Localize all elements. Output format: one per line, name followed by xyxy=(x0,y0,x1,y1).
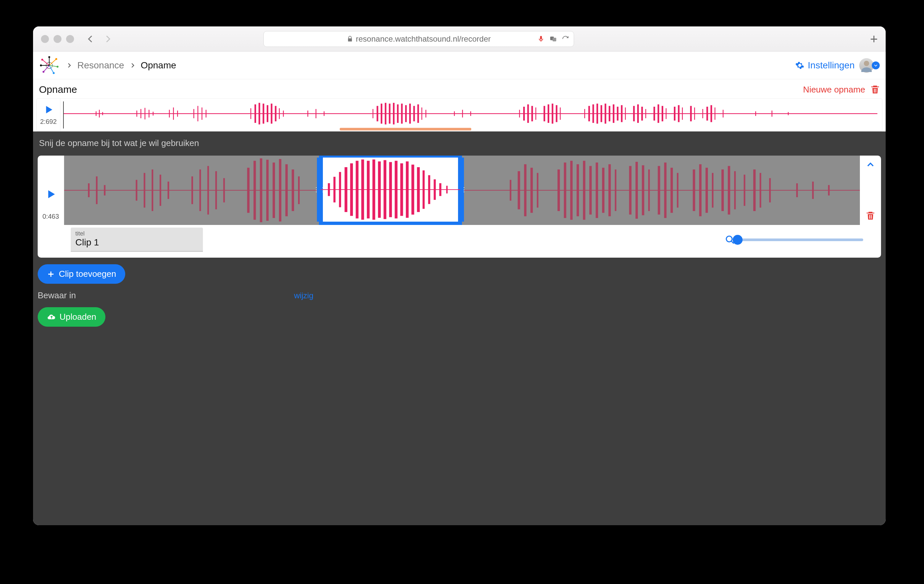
chevron-up-icon[interactable] xyxy=(866,160,875,169)
settings-link[interactable]: Instellingen xyxy=(795,60,855,71)
traffic-maximize[interactable] xyxy=(66,35,74,43)
reload-icon[interactable] xyxy=(562,35,569,43)
svg-rect-49 xyxy=(381,104,382,124)
forward-icon[interactable] xyxy=(103,35,112,44)
clip-title-field[interactable]: titel Clip 1 xyxy=(71,228,203,252)
svg-rect-168 xyxy=(328,183,330,196)
svg-rect-80 xyxy=(609,106,610,122)
svg-rect-105 xyxy=(788,112,789,115)
new-recording-button[interactable]: Nieuwe opname xyxy=(803,85,865,95)
trash-icon[interactable] xyxy=(866,211,875,220)
clip-title-label: titel xyxy=(75,230,198,237)
url-text: resonance.watchthatsound.nl/recorder xyxy=(356,35,491,44)
upload-label: Uploaden xyxy=(59,312,96,322)
svg-rect-102 xyxy=(723,110,723,117)
overview-waveform[interactable] xyxy=(61,99,882,131)
svg-rect-23 xyxy=(137,111,137,117)
zoom-slider[interactable] xyxy=(738,239,863,241)
svg-rect-185 xyxy=(422,170,424,209)
svg-rect-73 xyxy=(560,107,561,120)
svg-rect-50 xyxy=(384,103,386,124)
svg-rect-43 xyxy=(283,111,284,117)
svg-rect-173 xyxy=(356,161,358,219)
editor-hint: Snij de opname bij tot wat je wil gebrui… xyxy=(39,138,880,148)
add-clip-label: Clip toevoegen xyxy=(59,269,116,279)
svg-rect-68 xyxy=(535,107,536,120)
svg-rect-42 xyxy=(279,109,280,119)
cloud-upload-icon xyxy=(47,313,56,321)
playhead-cursor[interactable] xyxy=(63,101,64,128)
svg-rect-120 xyxy=(223,178,225,202)
svg-rect-114 xyxy=(160,175,161,206)
add-clip-button[interactable]: Clip toevoegen xyxy=(38,264,125,284)
trash-icon[interactable] xyxy=(870,85,880,94)
svg-rect-37 xyxy=(258,103,260,124)
svg-rect-1 xyxy=(553,38,556,41)
browser-window: resonance.watchthatsound.nl/recorder + xyxy=(33,26,886,525)
svg-rect-95 xyxy=(682,107,683,120)
app-header: Resonance Opname Instellingen xyxy=(33,51,886,79)
zoom-thumb[interactable] xyxy=(733,235,742,245)
change-link[interactable]: wijzig xyxy=(294,291,314,300)
svg-rect-166 xyxy=(828,185,830,196)
svg-rect-39 xyxy=(267,105,268,122)
svg-rect-189 xyxy=(446,186,447,193)
svg-point-8 xyxy=(56,66,58,67)
svg-rect-128 xyxy=(292,169,294,211)
svg-rect-175 xyxy=(367,161,370,219)
breadcrumb-resonance[interactable]: Resonance xyxy=(78,60,124,71)
back-icon[interactable] xyxy=(86,35,95,44)
svg-rect-30 xyxy=(177,111,178,117)
app-logo[interactable] xyxy=(39,55,59,76)
svg-rect-67 xyxy=(531,106,533,122)
trim-selection[interactable]: ⋮⋮ ⋮⋮ xyxy=(319,156,462,225)
traffic-minimize[interactable] xyxy=(54,35,61,43)
svg-rect-109 xyxy=(96,176,97,204)
svg-rect-20 xyxy=(96,111,96,116)
user-menu[interactable] xyxy=(859,58,880,73)
svg-point-14 xyxy=(40,64,42,66)
svg-point-12 xyxy=(43,71,45,73)
svg-rect-147 xyxy=(642,165,644,215)
svg-rect-93 xyxy=(674,107,675,120)
recording-header-row: Opname Nieuwe opname xyxy=(33,79,886,99)
svg-rect-63 xyxy=(470,111,471,116)
svg-rect-53 xyxy=(397,104,399,123)
new-tab-button[interactable]: + xyxy=(870,32,878,46)
svg-rect-31 xyxy=(193,109,194,118)
overview-selection-range[interactable] xyxy=(340,128,471,130)
traffic-close[interactable] xyxy=(41,35,49,43)
settings-label: Instellingen xyxy=(808,60,855,71)
svg-rect-151 xyxy=(670,168,673,213)
svg-rect-74 xyxy=(584,109,585,118)
play-icon[interactable] xyxy=(46,189,56,199)
svg-rect-99 xyxy=(706,107,708,120)
trim-card: 0:463 xyxy=(38,156,881,258)
svg-rect-143 xyxy=(609,164,611,216)
url-bar[interactable]: resonance.watchthatsound.nl/recorder xyxy=(263,31,574,47)
svg-rect-24 xyxy=(140,109,141,118)
save-in-label: Bewaar in xyxy=(38,290,76,301)
svg-rect-46 xyxy=(323,111,324,116)
svg-rect-118 xyxy=(207,166,209,215)
svg-rect-133 xyxy=(530,168,533,213)
play-icon[interactable] xyxy=(44,105,54,115)
svg-rect-119 xyxy=(216,171,217,209)
svg-rect-98 xyxy=(702,109,703,118)
trim-time: 0:463 xyxy=(42,213,59,220)
breadcrumb: Resonance Opname xyxy=(66,60,176,71)
svg-rect-159 xyxy=(734,171,736,209)
svg-rect-92 xyxy=(666,109,666,119)
svg-rect-52 xyxy=(393,103,394,124)
upload-button[interactable]: Uploaden xyxy=(38,307,106,327)
svg-rect-87 xyxy=(641,107,643,120)
svg-rect-72 xyxy=(556,105,558,122)
svg-rect-82 xyxy=(617,107,619,120)
svg-rect-186 xyxy=(428,175,430,204)
microphone-icon[interactable] xyxy=(537,35,544,43)
svg-point-17 xyxy=(864,61,869,66)
svg-rect-150 xyxy=(664,163,667,218)
trim-waveform[interactable]: ⋮⋮ ⋮⋮ xyxy=(64,156,860,225)
svg-rect-158 xyxy=(728,166,730,215)
translate-icon[interactable] xyxy=(549,35,557,43)
